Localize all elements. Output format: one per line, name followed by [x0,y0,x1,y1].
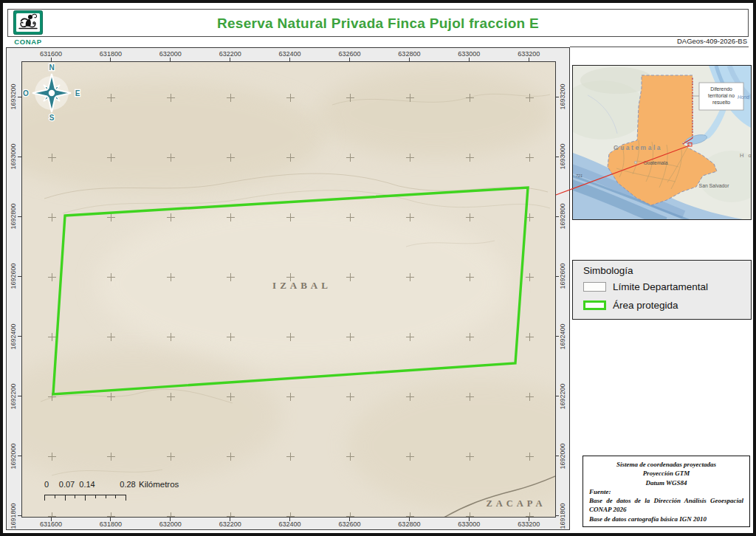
scalebar-tick-label: 0.07 [59,480,75,489]
x-tick-mark [230,58,230,61]
y-tick-mark [555,216,559,217]
x-tick-label-top: 632000 [159,50,182,58]
x-tick-label-top: 632200 [219,50,241,58]
y-tick-label-right: 1692800 [559,204,566,230]
scalebar-tick [75,495,75,498]
compass-rose-icon: N E S O [21,61,83,123]
y-tick-label-right: 1692600 [559,264,566,289]
scalebar-tick [55,495,55,498]
y-tick-label-left: 1692400 [10,323,17,349]
y-tick-label-right: 1692000 [559,443,566,469]
x-tick-label-bottom: 632200 [219,520,241,528]
y-tick-mark [555,276,559,277]
source-line-2: Base de datos cartografía básica IGN 201… [589,515,743,523]
scalebar-tick-label: 0 [44,480,49,489]
x-tick-label-top: 632400 [279,50,301,58]
doc-id-bar: DAGeos-409-2026-BS [7,35,749,47]
y-tick-label-right: 1693000 [559,144,566,170]
compass-label-east: E [75,89,80,97]
source-line-1: Base de datos de la Dirección Análisis G… [589,496,743,515]
y-tick-label-right: 1691800 [559,503,566,529]
x-tick-label-bottom: 631600 [40,520,62,528]
honduras-label-fragment: H o [740,152,751,159]
y-tick-mark [555,515,559,516]
scalebar-tick [126,495,126,501]
inset-map: Diferendo territorial no resuelto Guatem… [572,65,752,220]
x-tick-mark [469,58,470,61]
x-tick-label-top: 633200 [518,50,540,58]
y-tick-mark [18,396,21,396]
y-tick-label-left: 1692600 [10,264,17,289]
scalebar-tick [44,495,45,501]
compass-label-south: S [49,114,55,122]
y-tick-mark [18,515,21,516]
y-tick-label-right: 1693200 [559,83,566,109]
x-tick-mark [409,58,410,61]
san-salvador-label: San Salvador [699,183,730,188]
datum-line: Datum WGS84 [589,478,743,487]
x-tick-mark [289,58,290,61]
capital-city-dot [634,161,637,164]
x-tick-label-bottom: 632000 [159,520,182,528]
zacapa-label: ZACAPA [486,498,546,509]
x-tick-mark [110,58,111,61]
y-tick-mark [18,97,21,97]
scalebar-ruler [31,495,223,504]
scalebar-unit: Kilómetros [139,480,179,489]
x-tick-mark [349,58,350,61]
scalebar-tick [95,495,96,498]
map-frame: IZABAL ZACAPA N E S O Kilómetros 00. [6,47,570,530]
legend-item-label: Límite Departamental [613,281,708,292]
departmental-boundary-swatch [583,282,606,292]
y-tick-mark [555,396,559,396]
inset-map-graphic: Diferendo territorial no resuelto Guatem… [573,66,751,219]
x-tick-label-top: 631800 [100,50,122,58]
y-tick-mark [555,157,559,157]
y-tick-mark [18,216,21,217]
y-tick-label-left: 1691800 [10,503,17,529]
x-tick-label-bottom: 633000 [458,520,480,528]
y-tick-label-left: 1693000 [10,144,17,170]
x-tick-mark [170,58,171,61]
monkey-icon [13,10,43,35]
map-sheet: Reserva Natural Privada Finca Pujol frac… [0,0,756,536]
y-tick-label-left: 1692200 [10,383,17,409]
y-tick-label-right: 1692200 [559,383,566,409]
source-heading: Fuente: [589,487,743,496]
conap-logo-label: CONAP [13,38,44,46]
doc-id-text: DAGeos-409-2026-BS [677,37,747,45]
protected-area-swatch [583,300,606,310]
x-tick-label-bottom: 631800 [100,520,122,528]
scalebar-tick-label: 0.14 [79,480,94,489]
sea-label-fragment: Hond [738,95,749,100]
x-tick-label-top: 632600 [338,50,360,58]
conap-logo: CONAP [13,10,44,44]
x-tick-label-top: 631600 [40,50,62,58]
y-tick-label-left: 1693200 [10,83,17,109]
scalebar-tick [106,495,106,498]
x-tick-label-bottom: 633200 [518,520,540,528]
izabal-label: IZABAL [272,280,331,292]
y-tick-mark [18,456,21,456]
y-tick-mark [555,336,559,337]
x-tick-label-top: 633000 [458,50,480,58]
scalebar: Kilómetros 00.070.140.28 [31,480,223,509]
y-tick-mark [18,276,21,277]
territorial-note-line3: resuelto [712,100,730,105]
info-box: Sistema de coordenadas proyectadas Proye… [583,456,750,527]
y-tick-label-left: 1692000 [10,443,17,469]
compass-label-west: O [23,89,29,97]
map-canvas: IZABAL ZACAPA N E S O Kilómetros 00. [21,61,556,518]
right-column-top-rule [570,47,749,47]
x-tick-label-bottom: 632600 [338,520,360,528]
scalebar-tick [85,495,86,501]
page-title: Reserva Natural Privada Finca Pujol frac… [8,16,748,32]
y-tick-mark [18,336,21,337]
legend-title: Simbología [583,265,633,276]
x-tick-mark [51,58,52,61]
scalebar-tick [65,495,66,501]
road-number-label: 721 [576,173,583,178]
x-tick-mark [529,58,529,61]
legend-item-label: Área protegida [613,300,678,311]
x-tick-label-bottom: 632400 [279,520,301,528]
